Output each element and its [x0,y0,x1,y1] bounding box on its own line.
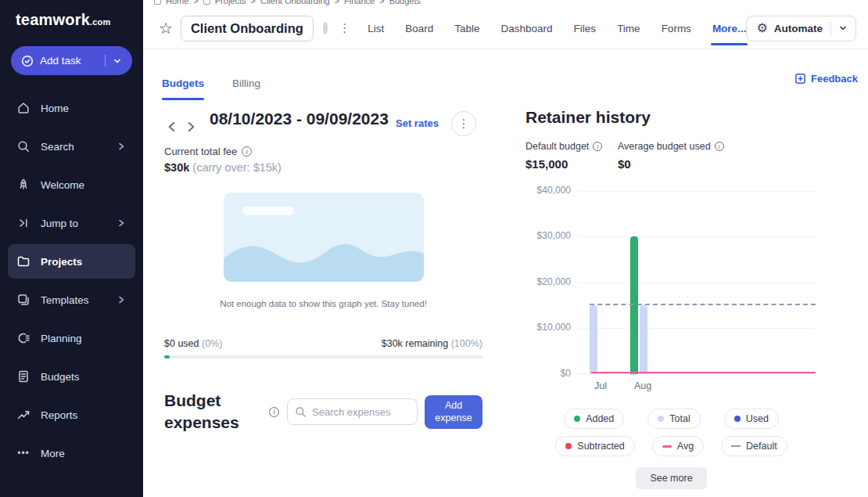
gridline [579,191,816,192]
next-period-icon[interactable] [183,119,199,135]
see-more-button[interactable]: See more [636,467,706,489]
average-budget-label: Average budget used [618,141,711,152]
fee-value: $30k [164,161,189,174]
tab-board[interactable]: Board [405,23,433,34]
legend-marker [734,416,741,422]
feedback-button[interactable]: Feedback [794,73,858,85]
tab-table[interactable]: Table [454,23,479,34]
prev-period-icon[interactable] [164,119,180,135]
y-tick: $40,000 [525,185,571,196]
add-task-button[interactable]: Add task [11,46,132,75]
sidebar-item-welcome[interactable]: Welcome [8,167,135,202]
budget-expenses-section: Budget expenses i Add expense [164,390,482,434]
remaining-label: $30k remaining [382,338,448,349]
legend-default[interactable]: Default [721,436,787,456]
sidebar-nav: Home Search Welcome Jump to Projects [0,91,143,470]
app: teamwork.com Add task Home Search [0,0,868,497]
budget-panel: 08/10/2023 - 09/09/2023 Set rates ⋮ Curr… [164,108,482,434]
sidebar-item-label: Search [41,141,74,153]
budget-menu-button[interactable]: ⋮ [451,111,476,136]
retainer-plot [579,191,816,374]
automate-button[interactable]: ⚙ Automate [746,16,856,41]
bar-jul-total[interactable] [590,305,597,374]
x-label-aug: Aug [627,380,658,391]
breadcrumb-item[interactable]: Projects [215,0,246,5]
sidebar-item-projects[interactable]: Projects [8,244,135,279]
chevron-right-icon[interactable] [116,294,127,305]
info-icon[interactable]: i [269,407,279,417]
logo-suffix: .com [90,17,110,27]
breadcrumb: Home > Projects > Client Onboarding > Fi… [154,0,421,7]
sidebar-item-budgets[interactable]: Budgets [8,359,135,394]
used-pct: (0%) [202,338,222,349]
star-icon[interactable]: ☆ [159,20,173,36]
retainer-history-title: Retainer history [525,108,817,127]
breadcrumb-item[interactable]: Home [166,0,188,5]
legend-label: Avg [677,441,694,452]
sidebar-item-more[interactable]: ••• More [8,436,135,470]
legend-avg[interactable]: Avg [652,436,704,456]
sidebar-item-search[interactable]: Search [8,129,135,164]
breadcrumb-separator: > [335,0,339,5]
breadcrumb-item[interactable]: Finance [344,0,375,5]
info-icon[interactable]: i [242,146,252,157]
info-icon[interactable]: i [715,142,724,151]
tab-list[interactable]: List [368,23,384,34]
project-menu-icon[interactable]: ⋮ [339,21,350,35]
expense-search [287,398,418,425]
illustration-wave [224,225,424,282]
breadcrumb-item[interactable]: Budgets [389,0,421,5]
breadcrumb-item[interactable]: Client Onboarding [260,0,330,5]
sidebar-item-label: Projects [41,256,82,268]
used-label: $0 used [164,338,199,349]
check-circle-icon [21,55,34,67]
sidebar-item-templates[interactable]: Templates [8,283,135,317]
remaining-pct: (100%) [451,338,482,349]
sidebar-item-label: Home [41,103,69,114]
legend-total[interactable]: Total [647,409,700,429]
home-icon [16,101,30,115]
feedback-label: Feedback [811,73,858,85]
set-rates-link[interactable]: Set rates [396,117,439,129]
chevron-right-icon[interactable] [116,141,127,152]
info-icon[interactable]: i [593,142,602,151]
tab-more[interactable]: More... [712,23,747,34]
chevron-right-icon[interactable] [116,218,127,229]
tab-forms[interactable]: Forms [662,23,691,34]
subtab-budgets[interactable]: Budgets [162,77,204,100]
templates-icon [16,293,30,307]
chevron-down-icon[interactable] [838,23,848,33]
tab-time[interactable]: Time [617,23,640,34]
sidebar-item-home[interactable]: Home [8,91,135,125]
budget-expenses-title: Budget expenses [164,390,267,434]
chevron-down-icon[interactable] [113,56,122,66]
date-nav [164,119,199,135]
search-expenses-input[interactable] [287,398,418,425]
illustration-bar [242,207,294,215]
search-icon [16,139,30,153]
sidebar-item-planning[interactable]: Planning [8,321,135,355]
legend-used[interactable]: Used [724,409,779,429]
legend-label: Subtracted [577,441,624,452]
legend-label: Added [586,413,614,424]
legend-marker [731,445,741,447]
main-area: Home > Projects > Client Onboarding > Fi… [143,0,868,497]
bar-aug-added[interactable] [630,236,638,374]
legend-label: Default [746,441,777,452]
legend-added[interactable]: Added [564,409,624,429]
teamwork-logo[interactable]: teamwork.com [0,11,143,29]
add-expense-button[interactable]: Add expense [425,395,482,429]
tab-files[interactable]: Files [574,23,597,34]
project-health-ring[interactable] [323,22,328,34]
legend-row-1: Added Total Used [525,409,817,429]
bar-aug-total[interactable] [640,305,647,374]
sidebar-item-reports[interactable]: Reports [8,398,135,432]
sidebar-item-jump-to[interactable]: Jump to [8,206,135,240]
gridline [579,236,816,237]
project-title[interactable]: Client Onboarding [181,16,314,41]
subtab-billing[interactable]: Billing [232,77,260,100]
tab-dashboard[interactable]: Dashboard [501,23,553,34]
current-total-fee-row: Current total fee i [164,146,482,157]
legend-subtracted[interactable]: Subtracted [555,436,634,456]
default-budget-stat: Default budget i $15,000 [525,141,618,171]
